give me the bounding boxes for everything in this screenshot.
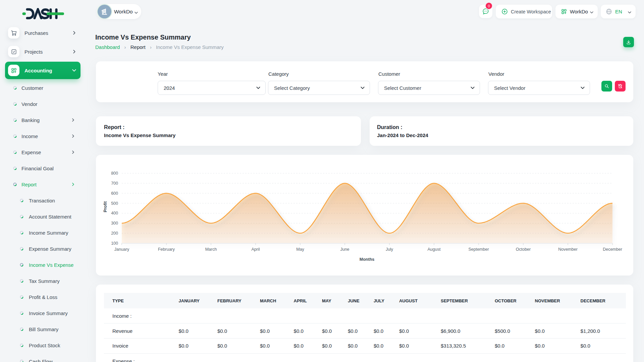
svg-text:Profit: Profit	[103, 201, 108, 212]
svg-text:200: 200	[111, 231, 118, 236]
svg-text:400: 400	[111, 211, 118, 216]
svg-text:January: January	[114, 247, 129, 252]
svg-text:May: May	[296, 247, 304, 252]
svg-text:700: 700	[111, 181, 118, 186]
svg-text:November: November	[558, 247, 578, 252]
svg-text:100: 100	[111, 241, 118, 246]
svg-text:800: 800	[111, 171, 118, 176]
svg-text:December: December	[603, 247, 622, 252]
svg-text:August: August	[428, 247, 441, 252]
svg-text:Months: Months	[360, 257, 374, 262]
svg-text:March: March	[205, 247, 217, 252]
svg-text:October: October	[516, 247, 531, 252]
svg-text:600: 600	[111, 191, 118, 196]
svg-text:July: July	[386, 247, 393, 252]
svg-text:June: June	[340, 247, 349, 252]
svg-text:February: February	[158, 247, 175, 252]
svg-text:500: 500	[111, 201, 118, 206]
svg-text:300: 300	[111, 221, 118, 226]
svg-text:April: April	[251, 247, 260, 252]
svg-text:September: September	[468, 247, 489, 252]
